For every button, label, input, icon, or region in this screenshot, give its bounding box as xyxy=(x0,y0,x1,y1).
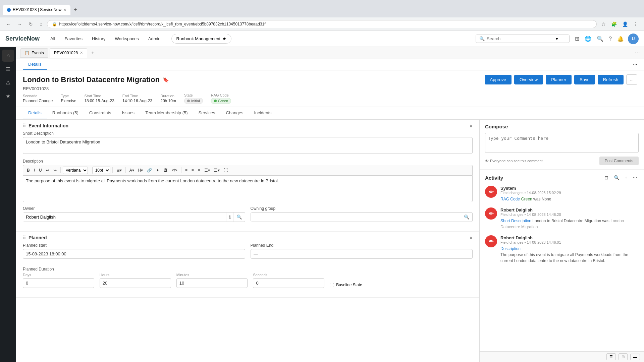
rte-align-center[interactable]: ≡ xyxy=(190,167,196,174)
nav-admin[interactable]: Admin xyxy=(144,34,165,43)
rte-text-color[interactable]: A▾ xyxy=(128,167,136,174)
bookmark-pin-icon[interactable]: 🔖 xyxy=(162,76,169,83)
activity-search-btn[interactable]: 🔍 xyxy=(612,174,621,182)
description-content[interactable]: The purpose of this event is to migrate … xyxy=(23,175,473,202)
rte-align-left[interactable]: ≡ xyxy=(183,167,189,174)
rte-align-right[interactable]: ≡ xyxy=(196,167,202,174)
sidebar-star-icon[interactable]: ★ xyxy=(2,90,14,102)
compose-textarea[interactable] xyxy=(485,133,639,153)
help-icon[interactable]: ? xyxy=(607,34,613,44)
subtab-more-btn[interactable]: ⋯ xyxy=(633,62,637,67)
rte-font-family[interactable]: Verdana xyxy=(63,167,88,174)
bookmark-btn[interactable]: ☆ xyxy=(599,20,608,28)
tabs-more-btn[interactable]: ⋯ xyxy=(635,50,640,56)
rte-link[interactable]: 🔗 xyxy=(145,167,154,174)
address-bar[interactable]: 🔒 https://icefloltddemo4.service-now.com… xyxy=(47,20,597,28)
rte-bold[interactable]: B xyxy=(25,167,32,174)
details-subtab[interactable]: Details xyxy=(23,59,47,70)
overview-btn[interactable]: Overview xyxy=(514,75,543,84)
planned-header[interactable]: ⠿ Planned ∧ xyxy=(23,232,473,243)
tab-incidents[interactable]: Incidents xyxy=(249,107,277,119)
planned-end-input[interactable] xyxy=(251,249,473,259)
rte-numbered[interactable]: ☰▾ xyxy=(212,167,221,174)
globe-icon[interactable]: 🌐 xyxy=(583,34,593,44)
activity-more-btn[interactable]: ⋯ xyxy=(631,174,639,182)
profile-btn[interactable]: 👤 xyxy=(620,20,630,28)
short-desc-input[interactable]: London to Bristol Datacentre Migration xyxy=(23,137,473,154)
rte-font-size[interactable]: 10pt xyxy=(92,167,110,174)
add-tab-btn[interactable]: + xyxy=(89,49,97,57)
runbook-management-btn[interactable]: Runbook Management ★ xyxy=(171,34,232,44)
list-view-btn[interactable]: ☰ xyxy=(606,353,616,360)
nav-history[interactable]: History xyxy=(88,34,109,43)
events-tab[interactable]: 📋 Events xyxy=(20,48,48,58)
rte-special[interactable]: ✦ xyxy=(154,167,161,174)
sidebar-list-icon[interactable]: ☰ xyxy=(2,63,14,75)
hours-input[interactable] xyxy=(100,278,171,288)
save-btn[interactable]: Save xyxy=(574,75,595,84)
rte-bullet[interactable]: ☰▾ xyxy=(203,167,212,174)
notification-icon[interactable]: 🔔 xyxy=(616,34,625,44)
post-comments-btn[interactable]: Post Comments xyxy=(599,157,639,165)
tab-constraints[interactable]: Constraints xyxy=(84,107,117,119)
approve-btn[interactable]: Approve xyxy=(485,75,512,84)
search-alt-icon[interactable]: 🔍 xyxy=(595,34,605,44)
tab-close-btn[interactable]: ✕ xyxy=(63,8,66,12)
seconds-input[interactable] xyxy=(253,278,324,288)
rev-tab[interactable]: REV0001028 ✕ xyxy=(50,48,87,58)
tab-services[interactable]: Services xyxy=(193,107,221,119)
activity-sort-btn[interactable]: ↕ xyxy=(624,174,629,182)
forward-btn[interactable]: → xyxy=(15,20,24,28)
rte-image[interactable]: 🖼 xyxy=(162,167,169,174)
sn-logo[interactable]: ServiceNow xyxy=(5,35,40,42)
extensions-btn[interactable]: 🧩 xyxy=(609,20,619,28)
rte-redo[interactable]: ↪ xyxy=(52,167,58,174)
days-input[interactable] xyxy=(23,278,94,288)
owning-group-input[interactable] xyxy=(251,213,462,222)
owner-info-btn[interactable]: ℹ xyxy=(226,213,233,222)
rte-undo[interactable]: ↩ xyxy=(44,167,51,174)
rev-tab-close[interactable]: ✕ xyxy=(80,51,83,55)
user-avatar[interactable]: U xyxy=(628,34,639,44)
owning-group-search-btn[interactable]: 🔍 xyxy=(461,213,472,222)
grid-view-btn[interactable]: ⊞ xyxy=(619,353,628,360)
tab-details[interactable]: Details xyxy=(23,107,47,119)
owner-search-btn[interactable]: 🔍 xyxy=(233,213,245,222)
planner-btn[interactable]: Planner xyxy=(546,75,572,84)
nav-workspaces[interactable]: Workspaces xyxy=(111,34,143,43)
new-tab-btn[interactable]: + xyxy=(70,5,80,15)
sidebar-warning-icon[interactable]: ⚠ xyxy=(2,76,14,88)
event-info-collapse-btn[interactable]: ∧ xyxy=(469,123,473,128)
rte-code[interactable]: </> xyxy=(170,167,179,174)
rte-fullscreen[interactable]: ⛶ xyxy=(222,167,229,174)
search-dropdown-icon[interactable]: ▾ xyxy=(556,36,558,41)
tab-changes[interactable]: Changes xyxy=(220,107,249,119)
rte-underline[interactable]: U xyxy=(37,167,44,174)
rte-highlight[interactable]: H▾ xyxy=(137,167,145,174)
tab-runbooks[interactable]: Runbooks (5) xyxy=(47,107,84,119)
minutes-input[interactable] xyxy=(176,278,248,288)
owner-input[interactable] xyxy=(23,213,226,222)
tab-issues[interactable]: Issues xyxy=(117,107,140,119)
baseline-state-label[interactable]: Baseline State xyxy=(330,283,362,287)
nav-all[interactable]: All xyxy=(46,34,59,43)
event-info-header[interactable]: ⠿ Event Information ∧ xyxy=(23,120,473,131)
tab-team-membership[interactable]: Team Membership (5) xyxy=(140,107,193,119)
search-box[interactable]: 🔍 ▾ xyxy=(476,35,570,43)
refresh-btn[interactable]: Refresh xyxy=(598,75,624,84)
home-btn[interactable]: ⌂ xyxy=(38,20,44,28)
more-tools-btn[interactable]: ⋮ xyxy=(631,20,640,28)
more-actions-btn[interactable]: ... xyxy=(626,74,637,85)
rte-table[interactable]: ⊞▾ xyxy=(115,167,123,174)
planned-start-input[interactable] xyxy=(23,249,245,259)
compact-view-btn[interactable]: ▬ xyxy=(630,354,640,360)
active-browser-tab[interactable]: 🔵 REV0001028 | ServiceNow ✕ xyxy=(3,5,70,15)
search-input[interactable] xyxy=(487,36,554,41)
sidebar-home-icon[interactable]: ⌂ xyxy=(2,50,14,62)
baseline-state-checkbox[interactable] xyxy=(330,283,334,287)
connect-icon[interactable]: ⊞ xyxy=(574,34,581,44)
nav-favorites[interactable]: Favorites xyxy=(61,34,87,43)
reload-btn[interactable]: ↻ xyxy=(27,20,35,28)
planned-collapse-btn[interactable]: ∧ xyxy=(469,235,473,240)
activity-filter-btn[interactable]: ⊟ xyxy=(603,174,610,182)
